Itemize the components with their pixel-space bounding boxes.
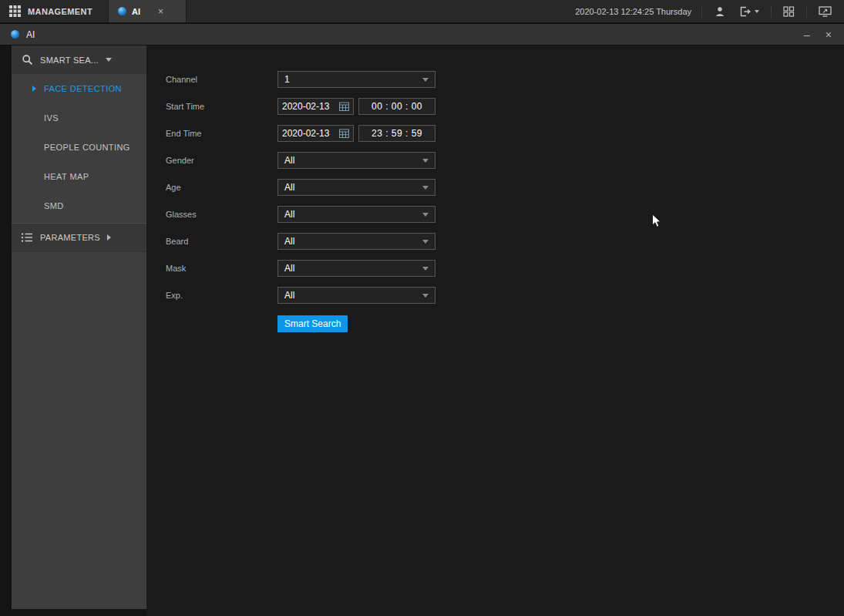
calendar-icon xyxy=(339,129,349,138)
chevron-down-icon xyxy=(422,159,429,163)
channel-select[interactable]: 1 xyxy=(277,71,435,88)
gender-select[interactable]: All xyxy=(277,152,435,169)
end-time-row: End Time 2020-02-13 23 : 59 : 59 xyxy=(166,125,844,142)
exp-row: Exp. All xyxy=(166,287,844,304)
glasses-select[interactable]: All xyxy=(277,206,435,223)
chevron-down-icon xyxy=(422,240,429,244)
sidebar-item-label: HEAT MAP xyxy=(44,172,89,181)
chevron-down-icon xyxy=(755,10,759,13)
sidebar-item-label: PEOPLE COUNTING xyxy=(44,143,130,152)
apps-grid-icon xyxy=(9,5,21,17)
gender-value: All xyxy=(284,155,294,166)
display-button[interactable] xyxy=(817,6,833,17)
gender-row: Gender All xyxy=(166,152,844,169)
channel-label: Channel xyxy=(166,75,277,84)
end-date-input[interactable]: 2020-02-13 xyxy=(277,125,354,142)
minimize-button[interactable]: – xyxy=(804,29,810,40)
end-time-label: End Time xyxy=(166,129,277,138)
exp-select[interactable]: All xyxy=(277,287,435,304)
chevron-down-icon xyxy=(422,294,429,298)
exp-label: Exp. xyxy=(166,291,277,300)
age-label: Age xyxy=(166,183,277,192)
parameters-icon xyxy=(22,233,33,242)
start-time-row: Start Time 2020-02-13 00 : 00 : 00 xyxy=(166,98,844,115)
glasses-row: Glasses All xyxy=(166,206,844,223)
start-date-input[interactable]: 2020-02-13 xyxy=(277,98,354,115)
channel-value: 1 xyxy=(284,74,290,85)
active-arrow-icon xyxy=(32,86,36,92)
user-icon xyxy=(714,6,726,17)
mask-select[interactable]: All xyxy=(277,260,435,277)
sidebar-item-smd[interactable]: SMD xyxy=(12,191,146,220)
chevron-down-icon xyxy=(106,58,112,62)
beard-select[interactable]: All xyxy=(277,233,435,250)
start-time-value: 00 : 00 : 00 xyxy=(372,101,422,112)
logout-button[interactable] xyxy=(738,6,761,17)
sidebar-item-ivs[interactable]: IVS xyxy=(12,103,146,133)
sidebar-item-label: IVS xyxy=(44,113,59,123)
close-button[interactable]: × xyxy=(826,29,832,40)
ai-tab[interactable]: AI × xyxy=(108,0,187,22)
chevron-down-icon xyxy=(422,78,429,82)
sidebar-item-heat-map[interactable]: HEAT MAP xyxy=(12,162,146,191)
end-date-value: 2020-02-13 xyxy=(282,128,329,139)
datetime: 2020-02-13 12:24:25 Thursday xyxy=(575,7,691,16)
screen-split-button[interactable] xyxy=(782,6,796,17)
start-time-label: Start Time xyxy=(166,102,277,111)
window-body: SMART SEA... FACE DETECTION IVS PEOPLE C… xyxy=(0,45,844,616)
glasses-label: Glasses xyxy=(166,210,277,219)
chevron-down-icon xyxy=(422,267,429,271)
display-icon xyxy=(819,6,832,17)
window-controls: – × xyxy=(804,29,832,40)
sidebar-item-label: FACE DETECTION xyxy=(44,84,122,93)
age-row: Age All xyxy=(166,179,844,196)
smart-search-button[interactable]: Smart Search xyxy=(277,315,348,332)
screen-split-icon xyxy=(783,6,795,17)
end-time-input[interactable]: 23 : 59 : 59 xyxy=(358,125,435,142)
tab-close-icon[interactable]: × xyxy=(158,6,163,17)
sidebar-parameters-header[interactable]: PARAMETERS xyxy=(12,223,146,252)
ai-window-icon xyxy=(11,30,19,39)
gender-label: Gender xyxy=(166,156,277,165)
logout-icon xyxy=(739,6,752,17)
smart-search-icon xyxy=(22,54,33,66)
sidebar-item-face-detection[interactable]: FACE DETECTION xyxy=(12,74,146,103)
ai-tab-label: AI xyxy=(132,7,140,16)
divider xyxy=(771,5,772,18)
beard-row: Beard All xyxy=(166,233,844,250)
user-button[interactable] xyxy=(712,6,728,17)
end-time-value: 23 : 59 : 59 xyxy=(372,128,422,139)
start-time-input[interactable]: 00 : 00 : 00 xyxy=(358,98,435,115)
topbar: MANAGEMENT AI × 2020-02-13 12:24:25 Thur… xyxy=(0,0,844,23)
mask-value: All xyxy=(284,263,294,274)
age-select[interactable]: All xyxy=(277,179,435,196)
window-titlebar: AI – × xyxy=(0,24,844,45)
mask-row: Mask All xyxy=(166,260,844,277)
exp-value: All xyxy=(284,290,294,301)
divider xyxy=(806,5,807,18)
sidebar: SMART SEA... FACE DETECTION IVS PEOPLE C… xyxy=(12,45,146,609)
calendar-icon xyxy=(339,102,349,111)
start-date-value: 2020-02-13 xyxy=(282,101,329,112)
glasses-value: All xyxy=(284,209,294,220)
main-panel: Channel 1 Start Time 2020-02-13 xyxy=(146,45,844,616)
beard-label: Beard xyxy=(166,237,277,246)
divider xyxy=(701,5,702,18)
sidebar-item-label: SMD xyxy=(44,201,64,210)
chevron-down-icon xyxy=(422,213,429,217)
sidebar-smart-search-header[interactable]: SMART SEA... xyxy=(12,45,146,74)
window-title: AI xyxy=(26,29,35,40)
mask-label: Mask xyxy=(166,264,277,273)
sidebar-parameters-label: PARAMETERS xyxy=(40,233,100,242)
sidebar-item-people-counting[interactable]: PEOPLE COUNTING xyxy=(12,133,146,162)
ai-logo-icon xyxy=(118,7,126,15)
age-value: All xyxy=(284,182,294,193)
topbar-right: 2020-02-13 12:24:25 Thursday xyxy=(575,0,844,22)
management-tab-label: MANAGEMENT xyxy=(28,7,92,16)
sidebar-smart-search-label: SMART SEA... xyxy=(40,56,99,65)
chevron-down-icon xyxy=(422,186,429,190)
management-tab[interactable]: MANAGEMENT xyxy=(0,0,108,22)
channel-row: Channel 1 xyxy=(166,71,844,88)
beard-value: All xyxy=(284,236,294,247)
chevron-right-icon xyxy=(107,234,111,241)
